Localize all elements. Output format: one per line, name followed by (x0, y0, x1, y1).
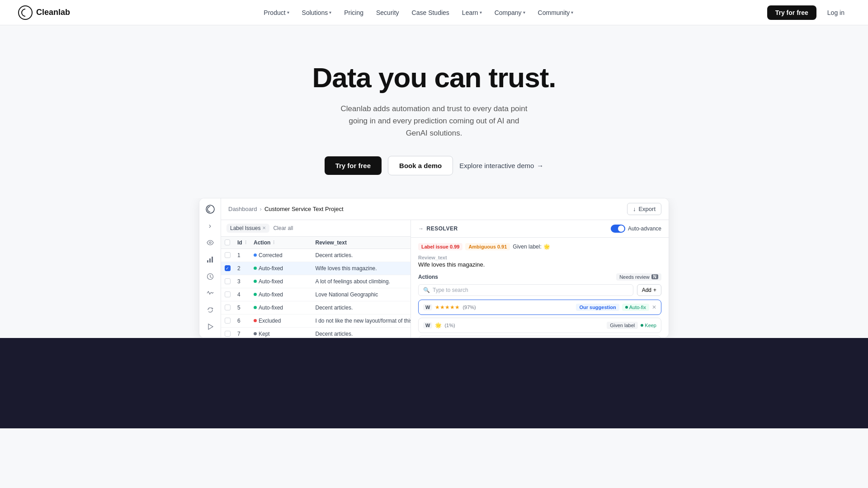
svg-rect-3 (207, 260, 208, 263)
col-header-review-text: Review_text (312, 237, 410, 249)
chevron-down-icon: ▾ (287, 10, 289, 15)
filter-remove-icon[interactable]: ✕ (262, 225, 266, 230)
sidebar-logo-icon[interactable] (204, 205, 217, 214)
green-dot (625, 306, 628, 309)
given-label-row: Given label: 🌟 (513, 244, 550, 250)
sidebar-activity-icon[interactable] (204, 289, 217, 297)
row-text: Decent articles. (312, 301, 410, 314)
clear-all-button[interactable]: Clear all (273, 225, 293, 231)
hero-book-demo-button[interactable]: Book a demo (388, 156, 453, 175)
nav-pricing[interactable]: Pricing (339, 6, 369, 19)
demo-content: Label Issues ✕ Clear all Id ⋮ (221, 220, 669, 338)
nav-login-button[interactable]: Log in (822, 6, 850, 19)
nav-case-studies[interactable]: Case Studies (406, 6, 455, 19)
row-action: Corrected (250, 249, 312, 262)
hero-try-free-button[interactable]: Try for free (325, 156, 382, 175)
dark-footer (0, 338, 868, 428)
demo-table: Id ⋮ Action ⋮ Review_text 1 (221, 237, 410, 338)
given-label-badge: Given label (607, 322, 638, 329)
row-id: 5 (234, 301, 250, 314)
demo-window: › (199, 198, 669, 338)
label-issues-filter[interactable]: Label Issues ✕ (226, 224, 269, 233)
table-row[interactable]: 7 Kept Decent articles. (221, 328, 410, 338)
row-text: Decent articles. (312, 328, 410, 338)
table-row[interactable]: 4 Auto-fixed Love National Geographic (221, 288, 410, 301)
our-suggestion-badge: Our suggestion (576, 304, 619, 311)
nav-community[interactable]: Community ▾ (533, 6, 579, 19)
action-dot-autofixed (254, 267, 257, 270)
actions-header: Actions Needs review N (418, 273, 661, 281)
ambiguous-badge: Ambiguous 0.91 (465, 243, 510, 250)
row-action: Excluded (250, 314, 312, 327)
star-emoji: 🌟 (435, 322, 442, 328)
search-icon: 🔍 (423, 287, 430, 293)
demo-table-area: Label Issues ✕ Clear all Id ⋮ (221, 220, 411, 338)
table-filters: Label Issues ✕ Clear all (221, 220, 410, 237)
auto-advance-row: Auto-advance (611, 225, 661, 233)
review-text-label: Review_text (418, 255, 661, 260)
row-checkbox-4[interactable] (225, 291, 231, 297)
row-checkbox-1[interactable] (225, 252, 231, 258)
row-text: Love National Geographic (312, 288, 410, 301)
download-icon: ↓ (633, 206, 636, 212)
navbar: Cleanlab Product ▾ Solutions ▾ Pricing S… (0, 0, 868, 25)
sidebar-refresh-icon[interactable] (204, 305, 217, 314)
row-checkbox-6[interactable] (225, 318, 231, 324)
row-id: 2 (234, 262, 250, 275)
nav-security[interactable]: Security (371, 6, 405, 19)
action-key-w2: W (423, 322, 432, 328)
row-checkbox-5[interactable] (225, 305, 231, 310)
sidebar-clock-icon[interactable] (204, 272, 217, 281)
row-action: Auto-fixed (250, 288, 312, 301)
sidebar-expand-icon[interactable]: › (204, 222, 217, 230)
breadcrumb-separator: › (260, 206, 262, 212)
action-menu-icon[interactable]: ⋮ (272, 240, 276, 245)
action-card-given-label[interactable]: W 🌟 (1%) Given label Keep (418, 318, 661, 333)
action-dot-corrected (254, 253, 257, 257)
sidebar-play-icon[interactable] (204, 322, 217, 331)
issue-tags: Label issue 0.99 Ambiguous 0.91 Given la… (418, 243, 661, 250)
nav-try-free-button[interactable]: Try for free (767, 5, 816, 20)
table-row[interactable]: 3 Auto-fixed A lot of feelings about cli… (221, 275, 410, 288)
search-box[interactable]: 🔍 Type to search (418, 284, 633, 296)
sort-icon[interactable]: ⋮ (244, 240, 248, 245)
nav-actions: Try for free Log in (767, 5, 850, 20)
add-button[interactable]: Add + (637, 284, 661, 296)
breadcrumb: Dashboard › Customer Service Text Projec… (228, 206, 344, 212)
hero-explore-button[interactable]: Explore interactive demo → (459, 162, 543, 169)
row-checkbox-7[interactable] (225, 331, 231, 337)
auto-advance-toggle[interactable] (611, 225, 625, 233)
demo-topbar: Dashboard › Customer Service Text Projec… (221, 198, 669, 220)
sidebar-chart-icon[interactable] (204, 255, 217, 264)
dark-footer-inner (0, 338, 868, 428)
label-issue-badge: Label issue 0.99 (418, 243, 462, 250)
table-row[interactable]: 6 Excluded I do not like the new layout/… (221, 314, 410, 328)
row-checkbox-2[interactable] (225, 265, 231, 271)
table-row[interactable]: 2 Auto-fixed Wife loves this magazine. (221, 262, 410, 275)
action-card-exclude[interactable]: E Exclude from dataset Exclude (418, 336, 661, 338)
demo-main: Dashboard › Customer Service Text Projec… (221, 198, 669, 338)
nav-solutions[interactable]: Solutions ▾ (297, 6, 337, 19)
action-pct: (97%) (462, 305, 476, 310)
row-text: I do not like the new layout/format of t… (312, 314, 410, 327)
chevron-down-icon: ▾ (571, 10, 573, 15)
given-label-emoji: 🌟 (543, 244, 550, 250)
sidebar-eye-icon[interactable] (204, 239, 217, 247)
close-icon[interactable]: ✕ (652, 304, 656, 310)
review-text-value: Wife loves this magazine. (418, 261, 661, 268)
row-id: 3 (234, 275, 250, 288)
export-button[interactable]: ↓ Export (627, 203, 661, 215)
select-all-checkbox[interactable] (225, 239, 230, 245)
table-row[interactable]: 5 Auto-fixed Decent articles. (221, 301, 410, 314)
nav-product[interactable]: Product ▾ (258, 6, 294, 19)
col-header-id: Id ⋮ (234, 237, 250, 249)
row-text: Decent articles. (312, 249, 410, 262)
search-add-row: 🔍 Type to search Add + (418, 284, 661, 296)
row-text: Wife loves this magazine. (312, 262, 410, 275)
logo[interactable]: Cleanlab (18, 5, 70, 20)
row-checkbox-3[interactable] (225, 278, 231, 284)
nav-learn[interactable]: Learn ▾ (457, 6, 487, 19)
nav-company[interactable]: Company ▾ (489, 6, 531, 19)
resolver-body: Label issue 0.99 Ambiguous 0.91 Given la… (411, 238, 669, 338)
action-card-autofix[interactable]: W ★★★★★ (97%) Our suggestion Auto-fix (418, 300, 661, 315)
